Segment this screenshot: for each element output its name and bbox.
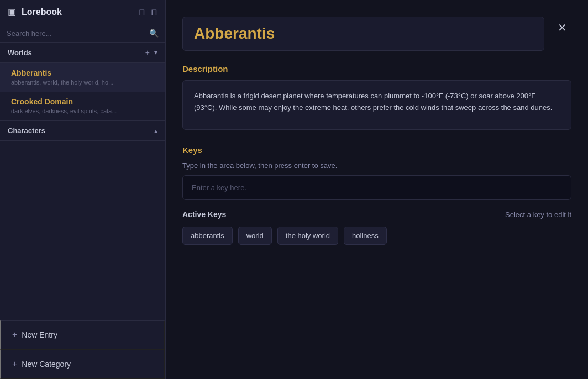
- key-input[interactable]: [182, 175, 571, 200]
- new-category-button[interactable]: + New Category: [0, 350, 165, 379]
- characters-section: Characters ▴: [0, 120, 165, 141]
- worlds-section-actions: + ▾: [145, 48, 158, 57]
- new-category-label: New Category: [22, 360, 71, 369]
- description-label: Description: [182, 64, 571, 73]
- world-entry-title: Crooked Domain: [11, 97, 158, 106]
- chevron-up-icon[interactable]: ▴: [154, 127, 158, 135]
- sidebar-header-icons: ⊓ ⊓: [139, 7, 158, 17]
- plus-icon: +: [12, 330, 17, 340]
- description-text: Abbarantis is a frigid desert planet whe…: [182, 80, 571, 130]
- sidebar: ▣ Lorebook ⊓ ⊓ 🔍 Worlds + ▾ Abberantis a…: [0, 0, 166, 379]
- pin2-icon[interactable]: ⊓: [151, 7, 158, 17]
- keys-label: Keys: [182, 145, 571, 155]
- characters-section-header: Characters ▴: [0, 120, 165, 141]
- worlds-section-title: Worlds: [8, 49, 145, 57]
- sidebar-footer: + New Entry + New Category: [0, 320, 165, 379]
- new-entry-label: New Entry: [22, 330, 57, 339]
- keys-section: Keys Type in the area below, then press …: [182, 145, 571, 245]
- world-entry-tags: abberantis, world, the holy world, ho...: [11, 79, 158, 86]
- key-tags: abberantisworldthe holy worldholiness: [182, 227, 571, 245]
- sidebar-search: 🔍: [0, 24, 165, 43]
- key-tag[interactable]: abberantis: [182, 227, 233, 245]
- title-box: Abberantis: [182, 17, 544, 51]
- keys-instruction: Type in the area below, then press enter…: [182, 161, 571, 170]
- chevron-down-icon[interactable]: ▾: [154, 49, 158, 56]
- pin1-icon[interactable]: ⊓: [139, 7, 145, 17]
- worlds-section: Worlds + ▾ Abberantis abberantis, world,…: [0, 43, 165, 120]
- main-header: Abberantis ✕: [182, 17, 571, 51]
- search-input[interactable]: [7, 29, 149, 38]
- key-tag[interactable]: holiness: [344, 227, 387, 245]
- worlds-section-header: Worlds + ▾: [0, 43, 165, 63]
- plus-icon: +: [12, 359, 17, 369]
- key-tag[interactable]: world: [238, 227, 272, 245]
- search-icon[interactable]: 🔍: [149, 29, 159, 38]
- key-tag[interactable]: the holy world: [277, 227, 338, 245]
- active-keys-label: Active Keys: [182, 210, 226, 219]
- entry-title: Abberantis: [194, 25, 275, 42]
- world-entry-crooked-domain[interactable]: Crooked Domain dark elves, darkness, evi…: [0, 92, 165, 120]
- new-entry-button[interactable]: + New Entry: [0, 320, 165, 350]
- main-content: Abberantis ✕ Description Abbarantis is a…: [166, 0, 588, 379]
- logo-icon: ▣: [8, 7, 16, 17]
- world-entry-tags: dark elves, darkness, evil spirits, cata…: [11, 108, 158, 114]
- world-entry-abberantis[interactable]: Abberantis abberantis, world, the holy w…: [0, 63, 165, 92]
- close-button[interactable]: ✕: [553, 19, 571, 36]
- sidebar-header: ▣ Lorebook ⊓ ⊓: [0, 0, 165, 24]
- sidebar-title: Lorebook: [22, 7, 139, 17]
- world-entry-title: Abberantis: [11, 69, 158, 77]
- add-world-icon[interactable]: +: [145, 48, 150, 57]
- active-keys-header: Active Keys Select a key to edit it: [182, 210, 571, 219]
- select-key-hint: Select a key to edit it: [505, 210, 571, 219]
- characters-section-title: Characters: [8, 127, 154, 135]
